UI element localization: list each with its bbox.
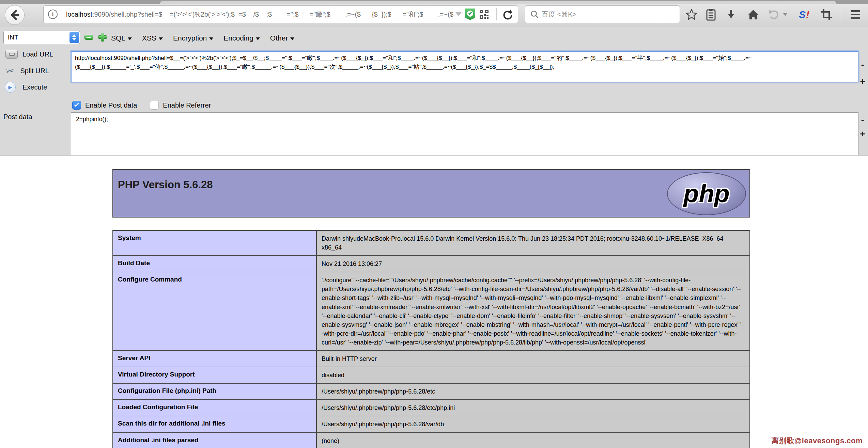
row-label: Virtual Directory Support [113,367,317,383]
crop-icon [820,8,833,21]
load-url-label: Load URL [22,50,53,58]
charset-select[interactable]: INT [3,31,80,44]
table-row: Scan this dir for additional .ini files … [113,416,749,432]
play-icon: ▶ [5,82,16,93]
shrink-post-area-button[interactable]: - [858,115,867,124]
search-icon [529,9,540,19]
url-text[interactable]: localhost:9090/shell.php?shell=$__=('>'>… [66,10,453,19]
home-button[interactable] [746,7,760,22]
row-value: /Users/shiyu/.phpbrew/php/php-5.6.28/etc [317,384,749,399]
tab-strip [0,0,868,4]
qr-code-icon[interactable] [479,10,489,19]
search-input[interactable] [541,10,680,19]
hamburger-icon [851,10,860,19]
s-extension-icon: S! [799,9,810,20]
row-label: Configure Command [113,272,317,350]
row-label: System [113,231,317,255]
bookmarks-list-button[interactable] [704,7,718,22]
row-label: Scan this dir for additional .ini files [113,416,317,432]
row-value: /Users/shiyu/.phpbrew/php/php-5.6.28/var… [317,416,749,432]
search-bar[interactable] [525,5,680,23]
row-value: /Users/shiyu/.phpbrew/php/php-5.6.28/etc… [317,400,749,416]
back-button[interactable] [5,5,25,25]
watermark: 离别歌@leavesongs.com [771,436,863,446]
menu-xss[interactable]: XSS [142,34,163,42]
enable-post-data-checkbox[interactable] [72,101,81,110]
php-version-title: PHP Version 5.6.28 [118,179,213,191]
extension-s-button[interactable]: S! [797,7,811,22]
downloads-button[interactable] [724,7,738,22]
star-icon [685,8,698,21]
reload-icon[interactable] [501,9,513,20]
url-dropdown-icon[interactable] [455,12,462,16]
undo-button[interactable] [766,7,781,22]
active-tab[interactable] [160,1,836,4]
table-row: Configure Command './configure' '--cache… [113,272,749,350]
table-row: Loaded Configuration File /Users/shiyu/.… [113,399,749,416]
grow-url-area-button[interactable]: + [858,77,867,86]
url-bar-divider [62,8,62,20]
row-value: Built-in HTTP server [317,351,749,367]
url-bar[interactable]: i localhost:9090/shell.php?shell=$__=('>… [43,5,518,23]
chevron-down-icon [783,13,787,16]
select-stepper-icon [69,32,79,43]
download-icon [725,8,738,21]
url-host: localhost [66,11,92,18]
undo-arrow-icon [767,8,780,21]
load-url-button[interactable]: Load URL [5,50,53,59]
back-arrow-icon [9,9,20,21]
grow-post-area-button[interactable]: + [858,129,867,138]
split-url-label: Split URL [20,67,49,75]
execute-button[interactable]: ▶ Execute [5,82,47,93]
menu-button[interactable] [848,7,863,22]
home-icon [746,8,760,21]
hackbar-url-textarea[interactable]: http://localhost:9090/shell.php?shell=$_… [71,51,858,82]
shrink-url-area-button[interactable]: - [858,60,867,69]
menu-sql[interactable]: SQL [111,34,132,42]
row-value: disabled [317,367,749,383]
chevron-down-icon [256,37,260,40]
table-row: Server API Built-in HTTP server [113,350,749,367]
toolbar-divider-2 [841,8,841,21]
decrease-font-button[interactable] [84,35,93,40]
phpinfo-header: PHP Version 5.6.28 php [112,169,750,218]
post-data-textarea[interactable]: 2=phpinfo(); [71,112,858,155]
scissors-icon: ✂ [6,65,14,77]
split-url-button[interactable]: ✂ Split URL [6,65,49,77]
navigation-toolbar: i localhost:9090/shell.php?shell=$__=('>… [0,4,868,27]
undo-dropdown-button[interactable] [781,7,789,22]
chevron-down-icon [290,37,294,40]
table-row: Additional .ini files parsed (none) [113,432,749,448]
charset-select-value: INT [8,34,18,41]
page-content: PHP Version 5.6.28 php System Darwin shi… [0,156,868,448]
url-bar-divider-2 [496,8,497,20]
browser-window: i localhost:9090/shell.php?shell=$__=('>… [0,0,868,448]
security-shield-icon[interactable] [465,9,475,20]
load-url-icon [5,50,18,59]
menu-encoding[interactable]: Encoding [223,34,260,42]
table-row: Configuration File (php.ini) Path /Users… [113,383,749,399]
menu-other[interactable]: Other [270,34,295,42]
row-label: Build Date [113,256,317,272]
row-label: Configuration File (php.ini) Path [113,384,317,399]
phpinfo-container: PHP Version 5.6.28 php System Darwin shi… [112,169,750,448]
execute-label: Execute [22,83,47,91]
url-path: :9090/shell.php?shell=$__=('>'>'<')%2b('… [92,11,453,18]
minus-icon [87,37,91,38]
check-icon [74,102,79,107]
increase-font-button[interactable] [98,33,107,42]
screenshot-crop-button[interactable] [819,7,834,22]
phpinfo-table: System Darwin shiyudeMacBook-Pro.local 1… [112,230,750,448]
table-row: System Darwin shiyudeMacBook-Pro.local 1… [113,231,749,255]
info-glyph: i [52,11,54,18]
row-label: Additional .ini files parsed [113,433,317,448]
row-value: './configure' '--cache-file="'/Users/shi… [317,272,749,350]
enable-referrer-checkbox[interactable] [150,101,159,110]
chevron-down-icon [209,37,213,40]
menu-encryption[interactable]: Encryption [173,34,213,42]
row-value: Darwin shiyudeMacBook-Pro.local 15.6.0 D… [317,231,749,255]
toolbar-divider [702,8,702,21]
info-icon[interactable]: i [48,10,58,19]
bookmark-star-button[interactable] [684,7,699,22]
chevron-down-icon [159,37,163,40]
